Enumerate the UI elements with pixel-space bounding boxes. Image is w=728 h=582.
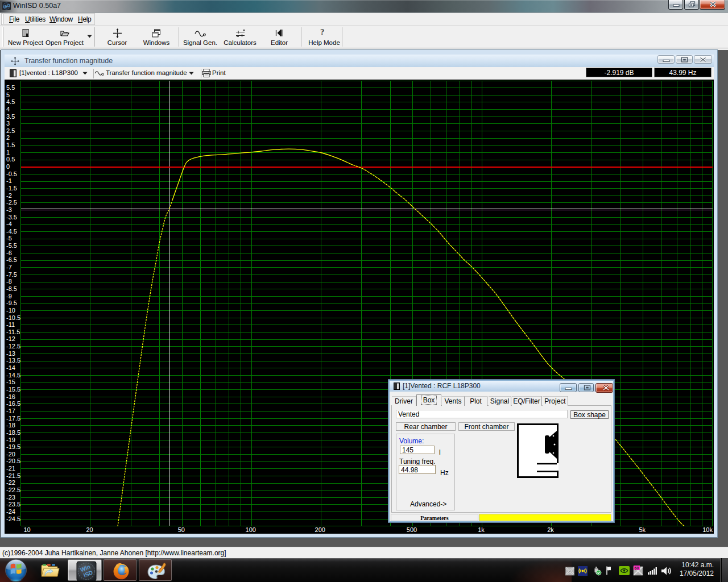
svg-text:-7.5: -7.5 xyxy=(6,271,17,278)
svg-text:-15: -15 xyxy=(6,379,15,385)
svg-text:-20: -20 xyxy=(6,451,15,458)
svg-text:-7: -7 xyxy=(6,264,12,271)
svg-text:0: 0 xyxy=(6,163,10,170)
svg-text:-21.5: -21.5 xyxy=(6,472,20,479)
svg-text:5.5: 5.5 xyxy=(6,84,15,91)
svg-text:-24: -24 xyxy=(6,508,15,515)
svg-text:-14.5: -14.5 xyxy=(6,372,20,379)
svg-text:-4.5: -4.5 xyxy=(6,228,17,235)
svg-text:20: 20 xyxy=(86,526,93,533)
svg-text:-13: -13 xyxy=(6,350,15,357)
svg-text:-6.5: -6.5 xyxy=(6,256,17,263)
svg-text:-23.5: -23.5 xyxy=(6,501,20,508)
svg-text:-8.5: -8.5 xyxy=(6,285,17,292)
svg-text:-19: -19 xyxy=(6,436,15,443)
svg-text:-16: -16 xyxy=(6,393,15,400)
svg-text:-1.5: -1.5 xyxy=(6,185,17,192)
svg-text:-18.5: -18.5 xyxy=(6,429,20,436)
svg-text:2k: 2k xyxy=(547,526,554,533)
svg-text:-21: -21 xyxy=(6,465,15,472)
svg-text:-17: -17 xyxy=(6,408,15,414)
svg-text:500: 500 xyxy=(407,526,417,533)
svg-text:2: 2 xyxy=(6,134,10,141)
svg-text:10: 10 xyxy=(24,526,31,533)
svg-text:0.5: 0.5 xyxy=(6,156,15,163)
svg-text:3: 3 xyxy=(6,120,10,127)
svg-text:-20.5: -20.5 xyxy=(6,458,20,464)
svg-text:-18: -18 xyxy=(6,422,15,429)
svg-text:-14: -14 xyxy=(6,364,15,371)
svg-text:-3: -3 xyxy=(6,206,12,213)
svg-text:-9.5: -9.5 xyxy=(6,300,17,306)
svg-text:4.5: 4.5 xyxy=(6,98,15,105)
svg-text:1k: 1k xyxy=(478,526,485,533)
svg-text:4: 4 xyxy=(6,106,10,113)
svg-text:-23: -23 xyxy=(6,494,15,501)
svg-text:3.5: 3.5 xyxy=(6,113,15,120)
svg-text:-22.5: -22.5 xyxy=(6,487,20,493)
svg-text:60: 60 xyxy=(635,566,639,570)
svg-text:2.5: 2.5 xyxy=(6,127,15,134)
svg-text:-2: -2 xyxy=(6,192,12,199)
svg-text:-6: -6 xyxy=(6,250,12,256)
svg-text:200: 200 xyxy=(315,526,325,533)
svg-text:-3.5: -3.5 xyxy=(6,214,17,221)
svg-text:-16.5: -16.5 xyxy=(6,400,20,407)
svg-text:-17.5: -17.5 xyxy=(6,415,20,422)
svg-text:-11: -11 xyxy=(6,321,15,328)
svg-text:-12: -12 xyxy=(6,335,15,342)
svg-text:-11.5: -11.5 xyxy=(6,329,20,335)
svg-text:100: 100 xyxy=(246,526,256,533)
svg-text:-10.5: -10.5 xyxy=(6,314,20,321)
svg-text:-8: -8 xyxy=(6,278,12,285)
svg-text:-10: -10 xyxy=(6,307,15,314)
svg-text:-24.5: -24.5 xyxy=(6,516,20,522)
svg-text:-19.5: -19.5 xyxy=(6,443,20,450)
svg-text:5: 5 xyxy=(6,92,10,98)
svg-text:-5: -5 xyxy=(6,235,12,242)
svg-text:1: 1 xyxy=(6,149,10,156)
svg-text:-9: -9 xyxy=(6,293,12,300)
svg-text:-13.5: -13.5 xyxy=(6,357,20,364)
svg-text:-22: -22 xyxy=(6,479,15,486)
svg-text:-1: -1 xyxy=(6,177,12,184)
svg-text:-2.5: -2.5 xyxy=(6,199,17,206)
svg-text:-5.5: -5.5 xyxy=(6,242,17,249)
svg-text:-15.5: -15.5 xyxy=(6,386,20,393)
svg-text:10k: 10k xyxy=(702,526,713,533)
svg-text:-4: -4 xyxy=(6,221,12,227)
svg-text:-12.5: -12.5 xyxy=(6,343,20,350)
svg-text:-0.5: -0.5 xyxy=(6,171,17,177)
svg-text:50: 50 xyxy=(178,526,185,533)
svg-text:1.5: 1.5 xyxy=(6,142,15,148)
svg-text:5k: 5k xyxy=(639,526,646,533)
